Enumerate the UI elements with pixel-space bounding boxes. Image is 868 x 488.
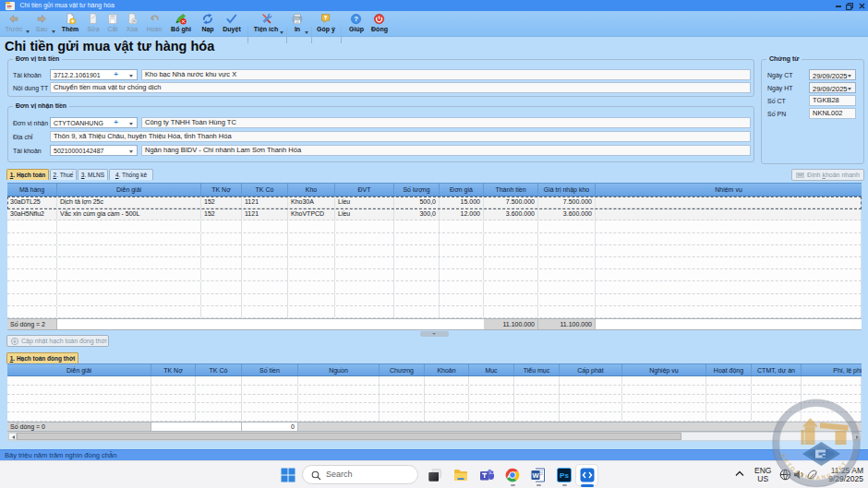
svg-text:Ps: Ps [560, 471, 569, 480]
svg-text:W: W [532, 471, 539, 480]
svg-text:?: ? [355, 15, 359, 23]
